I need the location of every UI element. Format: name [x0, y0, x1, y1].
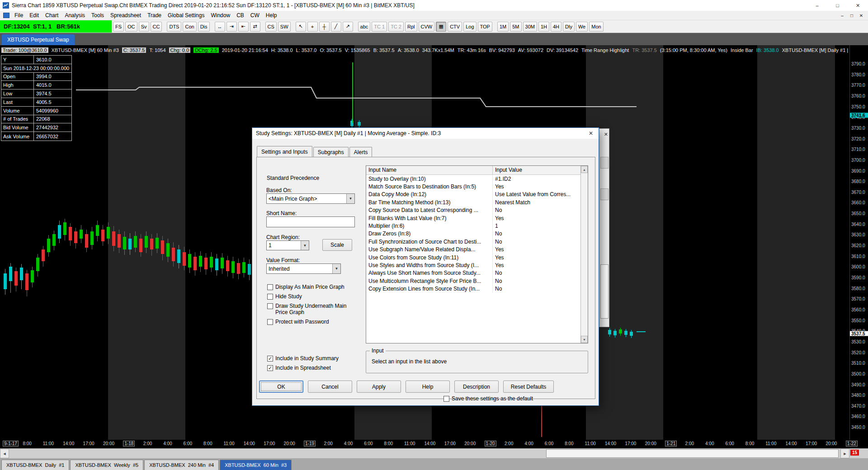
- menu-item-spreadsheet[interactable]: Spreadsheet: [107, 11, 144, 19]
- help-button[interactable]: Help: [406, 381, 450, 393]
- oc-button[interactable]: OC: [125, 22, 137, 32]
- child-restore-button[interactable]: □: [848, 13, 856, 18]
- scroll-left-arrow[interactable]: ◄: [0, 449, 9, 458]
- input-row[interactable]: Use Styles and Widths from Source Study …: [366, 261, 580, 269]
- chevron-down-icon[interactable]: ▼: [332, 264, 340, 273]
- chart-tab-xbtusd-bmex-daily-1[interactable]: XBTUSD-BMEX Daily #1: [1, 460, 69, 470]
- menu-item-window[interactable]: Window: [208, 11, 233, 19]
- input-value-header[interactable]: Input Value: [493, 166, 580, 174]
- scroll-up-icon[interactable]: ▲: [581, 166, 588, 173]
- connect-button[interactable]: Con: [183, 22, 196, 32]
- timeframe-monthly-button[interactable]: Mon: [589, 22, 603, 32]
- input-row[interactable]: Use Multicolumn Rectangle Style For Pric…: [366, 277, 580, 285]
- bar-period-icon[interactable]: ⇄: [250, 22, 260, 32]
- dialog-close-button[interactable]: ✕: [583, 128, 599, 139]
- input-row[interactable]: Fill Blanks With Last Value (In:7)Yes: [366, 214, 580, 222]
- top-button[interactable]: TOP: [478, 22, 492, 32]
- background-dialog-close-icon[interactable]: ✕: [604, 132, 608, 137]
- value-format-select[interactable]: Inherited ▼: [266, 263, 341, 274]
- replay-button[interactable]: Rpl: [405, 22, 417, 32]
- child-minimize-button[interactable]: –: [838, 13, 846, 18]
- timeframe-30m-button[interactable]: 30M: [523, 22, 537, 32]
- menu-item-tools[interactable]: Tools: [88, 11, 107, 19]
- input-row[interactable]: Bar Time Matching Method (In:13)Nearest …: [366, 198, 580, 206]
- cancel-button[interactable]: Cancel: [308, 381, 352, 393]
- menu-item-analysis[interactable]: Analysis: [61, 11, 88, 19]
- menu-item-trade[interactable]: Trade: [144, 11, 165, 19]
- chart-menu-icon[interactable]: [3, 13, 9, 18]
- input-row[interactable]: Copy Source Data to Latest Corresponding…: [366, 207, 580, 214]
- input-row[interactable]: Data Copy Mode (In:12)Use Latest Value f…: [366, 191, 580, 198]
- text-tool-button[interactable]: abc: [358, 22, 371, 32]
- chevron-down-icon[interactable]: ▼: [346, 194, 354, 203]
- tab-subgraphs[interactable]: Subgraphs: [313, 147, 349, 157]
- input-row[interactable]: Use Subgraph Name/Value Related Displa..…: [366, 246, 580, 254]
- minimize-button[interactable]: –: [807, 0, 827, 11]
- maximize-button[interactable]: □: [827, 0, 848, 11]
- timeframe-daily-button[interactable]: Dly: [563, 22, 575, 32]
- based-on-select[interactable]: <Main Price Graph> ▼: [266, 193, 355, 204]
- chartbook-tab[interactable]: XBTUSD Perpetual Swap: [2, 34, 75, 45]
- short-name-input[interactable]: [266, 216, 355, 227]
- ctv-button[interactable]: CTV: [448, 22, 462, 32]
- chart-region-select[interactable]: 1 ▼: [266, 240, 309, 250]
- tc2-button[interactable]: TC 2: [388, 22, 404, 32]
- scale-button[interactable]: Scale: [322, 239, 352, 251]
- crosshair-lines-tool-icon[interactable]: ┼: [319, 22, 330, 32]
- menu-item-cb[interactable]: CB: [233, 11, 247, 19]
- chevron-down-icon[interactable]: ▼: [301, 241, 309, 250]
- price-scale[interactable]: 3790.03780.03770.03760.03750.03740.03730…: [849, 45, 868, 440]
- input-row[interactable]: Draw Zeros (In:8)No: [366, 230, 580, 238]
- menu-item-global-settings[interactable]: Global Settings: [165, 11, 208, 19]
- tc1-button[interactable]: TC 1: [372, 22, 387, 32]
- scroll-right-arrow[interactable]: ►: [840, 449, 849, 458]
- input-row[interactable]: Use Colors from Source Study (In:11)Yes: [366, 254, 580, 261]
- checkbox-draw-study-underneath-main-price-graph[interactable]: Draw Study Underneath Main Price Graph: [267, 303, 360, 315]
- checkbox-include-in-spreadsheet[interactable]: ✓Include in Spreadsheet: [267, 365, 360, 371]
- input-row[interactable]: Full Synchronization of Source Chart to …: [366, 238, 580, 245]
- inputs-list-scrollbar[interactable]: ▲ ▼: [580, 166, 588, 343]
- chart-tab-xbtusd-bmex-60-min-3[interactable]: XBTUSD-BMEX 60 Min #3: [220, 460, 292, 470]
- cc-button[interactable]: CC: [151, 22, 162, 32]
- menu-item-file[interactable]: File: [11, 11, 26, 19]
- checkbox-hide-study[interactable]: Hide Study: [267, 293, 360, 300]
- save-as-default-checkbox[interactable]: Save these settings as the default: [443, 395, 570, 402]
- timeframe-5m-button[interactable]: 5M: [510, 22, 521, 32]
- disconnect-button[interactable]: Dis: [198, 22, 210, 32]
- ray-tool-icon[interactable]: ↗: [343, 22, 353, 32]
- chart-tab-xbtusd-bmex-240-min-4[interactable]: XBTUSD-BMEX 240 Min #4: [144, 460, 219, 470]
- menu-item-cw[interactable]: CW: [247, 11, 263, 19]
- log-button[interactable]: Log: [463, 22, 476, 32]
- cvw-button[interactable]: CVW: [419, 22, 435, 32]
- line-tool-icon[interactable]: ╱: [331, 22, 341, 32]
- scrollbar-thumb[interactable]: [546, 449, 839, 458]
- checkbox-display-as-main-price-graph[interactable]: Display As Main Price Graph: [267, 284, 360, 290]
- sw-button[interactable]: SW: [278, 22, 291, 32]
- fs-button[interactable]: FS: [113, 22, 124, 32]
- menu-item-edit[interactable]: Edit: [26, 11, 42, 19]
- input-row[interactable]: Study to Overlay (In:10)#1.ID2: [366, 175, 580, 183]
- input-name-header[interactable]: Input Name: [366, 166, 493, 174]
- ok-button[interactable]: OK: [259, 381, 303, 393]
- horizontal-scrollbar[interactable]: ◄ ►: [0, 448, 849, 458]
- save-button[interactable]: Sv: [139, 22, 149, 32]
- bar-spacing-fit-icon[interactable]: ↔: [215, 22, 225, 32]
- tab-settings-and-inputs[interactable]: Settings and Inputs: [257, 146, 312, 157]
- menu-item-chart[interactable]: Chart: [42, 11, 61, 19]
- input-row[interactable]: Copy Extension Lines from Source Study (…: [366, 285, 580, 292]
- timeframe-weekly-button[interactable]: We: [576, 22, 588, 32]
- tab-alerts[interactable]: Alerts: [349, 147, 373, 157]
- input-row[interactable]: Multiplier (In:6)1: [366, 222, 580, 230]
- close-button[interactable]: ✕: [848, 0, 868, 11]
- chart-tab-xbtusd-bmex-weekly-5[interactable]: XBTUSD-BMEX Weekly #5: [70, 460, 143, 470]
- chart-grid-icon[interactable]: ▦: [436, 22, 446, 32]
- bar-spacing-decrease-icon[interactable]: ⇤: [238, 22, 249, 32]
- dts-button[interactable]: DTS: [167, 22, 181, 32]
- scroll-down-icon[interactable]: ▼: [581, 336, 588, 343]
- bar-spacing-increase-icon[interactable]: ⇥: [226, 22, 237, 32]
- cs-button[interactable]: CS: [265, 22, 277, 32]
- pointer-tool-icon[interactable]: ↖: [296, 22, 306, 32]
- input-row[interactable]: Match Source Bars to Destination Bars (I…: [366, 183, 580, 190]
- crosshair-tool-icon[interactable]: +: [307, 22, 318, 32]
- reset-defaults-button[interactable]: Reset Defaults: [503, 381, 554, 393]
